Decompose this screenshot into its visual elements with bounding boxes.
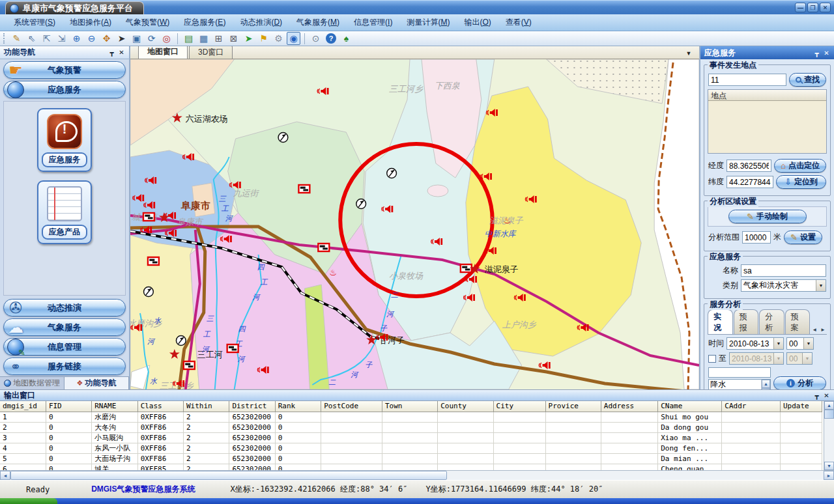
pointer-icon[interactable]: ➤ <box>115 32 128 45</box>
zoom-in-icon[interactable]: ⊕ <box>70 32 83 45</box>
column-header[interactable]: City <box>493 401 545 412</box>
refresh-icon[interactable]: ⟳ <box>145 32 158 45</box>
help-icon[interactable]: ? <box>326 33 336 44</box>
column-header[interactable]: Update <box>780 401 822 412</box>
scroll-right-icon[interactable]: ► <box>824 471 834 480</box>
locate-to-button[interactable]: ⇩ 定位到 <box>776 175 826 189</box>
column-header[interactable]: District <box>229 401 275 412</box>
column-header[interactable]: Provice <box>545 401 601 412</box>
map-canvas[interactable]: 六运湖农场三工河乡下西泉九运街阜康市城关镇阜康市滋泥泉子中新水库滋泥泉子小泉牧场… <box>130 59 699 389</box>
nav-group-info-management[interactable]: 信息管理 <box>3 338 126 356</box>
print-icon[interactable]: ⊞ <box>212 32 225 45</box>
output-horizontal-scrollbar[interactable]: ◄ ► <box>0 470 834 480</box>
analysis-tab[interactable]: 分析 <box>759 309 784 334</box>
emergency-product-button[interactable]: 应急产品 <box>37 180 92 244</box>
zoom-out-icon[interactable]: ⊖ <box>85 32 98 45</box>
layers-icon[interactable]: ▤ <box>182 32 195 45</box>
settings-icon[interactable]: ⚙ <box>272 32 285 45</box>
column-header[interactable]: FID <box>46 401 91 412</box>
flag-marker[interactable] <box>148 257 159 265</box>
scroll-thumb[interactable] <box>824 410 834 419</box>
nav-group-emergency-service[interactable]: 应急服务 <box>3 81 126 98</box>
element-list-scrollbar[interactable]: ▲ <box>761 380 770 389</box>
menu-item[interactable]: 应急服务(E) <box>177 14 233 31</box>
set-range-button[interactable]: ✎ 设置 <box>784 231 822 244</box>
menu-item[interactable]: 地图操作(A) <box>63 14 119 31</box>
menu-item[interactable]: 气象服务(M) <box>289 14 347 31</box>
globe-tool-icon[interactable]: ◉ <box>287 32 300 45</box>
station-marker[interactable] <box>144 287 154 297</box>
scroll-thumb[interactable] <box>10 471 447 480</box>
pan-icon[interactable]: ✥ <box>100 32 113 45</box>
column-header[interactable]: CAddr <box>722 401 781 412</box>
export-image-icon[interactable]: ▦ <box>197 32 210 45</box>
pick-feature-icon[interactable]: ➤ <box>242 32 255 45</box>
column-header[interactable]: Town <box>382 401 437 412</box>
scroll-up-icon[interactable]: ▲ <box>762 380 770 388</box>
output-vertical-scrollbar[interactable]: ▲ ▼ <box>824 401 834 470</box>
select-rect-icon[interactable]: ⇱ <box>40 32 53 45</box>
element-selected-box[interactable] <box>708 367 771 378</box>
column-header[interactable]: County <box>438 401 493 412</box>
column-header[interactable]: Rank <box>275 401 321 412</box>
to-checkbox[interactable] <box>708 355 716 363</box>
date-select[interactable]: 2010-08-13 ▼ <box>726 337 784 350</box>
table-row[interactable]: 10水磨沟0XFF8626523020000Shui mo gou <box>0 412 822 422</box>
service-name-input[interactable] <box>741 264 826 277</box>
service-type-select[interactable]: 气象和洪水灾害 ▼ <box>741 279 826 292</box>
click-locate-button[interactable]: ⌂ 点击定位 <box>774 159 826 173</box>
flag-marker[interactable] <box>461 264 472 272</box>
flag-marker[interactable] <box>143 213 154 221</box>
pin-icon[interactable]: ┳ <box>812 391 822 400</box>
sidebar-tab-function-navigation[interactable]: ❖功能导航 <box>65 377 129 389</box>
full-extent-icon[interactable]: ▣ <box>130 32 143 45</box>
table-row[interactable]: 30小马厩沟0XFF8626523020000Xiao ma ... <box>0 432 822 443</box>
column-header[interactable]: PostCode <box>321 401 382 412</box>
menu-item[interactable]: 气象预警(W) <box>119 14 177 31</box>
analysis-tab[interactable]: 预案 <box>785 309 811 334</box>
station-marker[interactable] <box>387 169 397 178</box>
maximize-button[interactable]: ❐ <box>807 3 818 12</box>
scroll-left-icon[interactable]: ◄ <box>0 471 10 480</box>
nav-group-weather-service[interactable]: 气象服务 <box>3 318 126 336</box>
legend-icon[interactable]: ♠ <box>339 32 353 45</box>
chevron-down-icon[interactable]: ▼ <box>773 338 783 349</box>
column-header[interactable]: CName <box>658 401 722 412</box>
minimize-button[interactable]: — <box>795 3 806 12</box>
table-row[interactable]: 40东风一小队0XFF8626523020000Dong fen... <box>0 443 822 453</box>
station-marker[interactable] <box>278 133 288 143</box>
menu-item[interactable]: 系统管理(S) <box>7 14 63 31</box>
pin-icon[interactable]: ┳ <box>812 48 822 57</box>
chevron-down-icon[interactable]: ▼ <box>816 280 826 291</box>
station-marker[interactable] <box>176 336 186 346</box>
element-list[interactable]: 降水空气温度 ▲ <box>708 379 771 389</box>
close-icon[interactable]: ✕ <box>822 48 831 57</box>
print-preview-icon[interactable]: ⊠ <box>227 32 240 45</box>
range-input[interactable] <box>742 231 771 244</box>
map-window-tab[interactable]: 3D窗口 <box>189 46 233 59</box>
location-search-input[interactable] <box>708 74 786 86</box>
flag-marker[interactable] <box>318 244 329 251</box>
location-list[interactable]: 地点 <box>708 89 827 154</box>
menu-item[interactable]: 动态推演(D) <box>233 14 289 31</box>
start-button-edge[interactable] <box>0 498 57 504</box>
scroll-down-icon[interactable]: ▼ <box>824 462 834 470</box>
column-header[interactable]: Within <box>184 401 229 412</box>
nav-group-weather-warning[interactable]: 气象预警 <box>3 61 126 79</box>
column-header[interactable]: dmgis_id <box>0 401 46 412</box>
flag-marker[interactable] <box>227 344 238 352</box>
analysis-tab[interactable]: 实况 <box>708 309 733 334</box>
close-icon[interactable]: ✕ <box>117 48 126 57</box>
place-marker-icon[interactable]: ⚑ <box>257 32 270 45</box>
hour-to-select[interactable]: 00 ▼ <box>786 352 812 365</box>
close-icon[interactable]: ✕ <box>822 391 831 400</box>
latitude-input[interactable] <box>726 176 773 188</box>
menu-item[interactable]: 查看(V) <box>498 14 539 31</box>
emergency-service-button[interactable]: 应急服务 <box>37 108 92 172</box>
column-header[interactable]: RNAME <box>92 401 137 412</box>
element-list-item[interactable]: 降水 <box>709 380 761 389</box>
column-header[interactable]: Address <box>601 401 657 412</box>
scroll-left-icon[interactable]: ◄ <box>811 326 818 334</box>
measure-icon[interactable]: ✎ <box>10 32 23 45</box>
flag-marker[interactable] <box>298 185 309 193</box>
